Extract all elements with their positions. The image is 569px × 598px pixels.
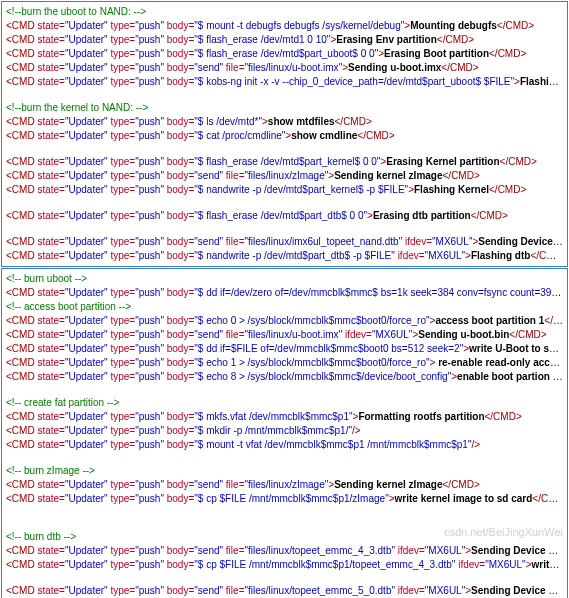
comment: <!-- burn zImage -->: [6, 464, 563, 478]
cmd-line: <CMD state="Updater" type="push" body="$…: [6, 209, 563, 223]
cmd-line: <CMD state="Updater" type="push" body="$…: [6, 33, 563, 47]
comment: <!--burn the uboot to NAND: -->: [6, 5, 563, 19]
cmd-line: <CMD state="Updater" type="push" body="$…: [6, 249, 563, 263]
cmd-line: <CMD state="Updater" type="push" body="$…: [6, 410, 563, 424]
cmd-line: <CMD state="Updater" type="push" body="$…: [6, 492, 563, 506]
cmd-line: <CMD state="Updater" type="push" body="s…: [6, 544, 563, 558]
cmd-line: <CMD state="Updater" type="push" body="$…: [6, 342, 563, 356]
cmd-line: <CMD state="Updater" type="push" body="$…: [6, 370, 563, 384]
comment: <!-- create fat partition -->: [6, 396, 563, 410]
comment: <!-- burn dtb -->: [6, 530, 563, 544]
cmd-line: <CMD state="Updater" type="push" body="s…: [6, 169, 563, 183]
cmd-line: <CMD state="Updater" type="push" body="$…: [6, 47, 563, 61]
cmd-line: <CMD state="Updater" type="push" body="s…: [6, 584, 563, 598]
cmd-line: <CMD state="Updater" type="push" body="s…: [6, 235, 563, 249]
cmd-line: <CMD state="Updater" type="push" body="$…: [6, 19, 563, 33]
comment: <!-- burn uboot -->: [6, 272, 563, 286]
cmd-line: <CMD state="Updater" type="push" body="$…: [6, 183, 563, 197]
comment: <!--burn the kernel to NAND: -->: [6, 101, 563, 115]
cmd-line: <CMD state="Updater" type="push" body="$…: [6, 438, 563, 452]
cmd-line: <CMD state="Updater" type="push" body="s…: [6, 478, 563, 492]
cmd-line: <CMD state="Updater" type="push" body="$…: [6, 356, 563, 370]
cmd-line: <CMD state="Updater" type="push" body="$…: [6, 314, 563, 328]
cmd-line: <CMD state="Updater" type="push" body="$…: [6, 155, 563, 169]
panel-nand: <!--burn the uboot to NAND: --> <CMD sta…: [1, 1, 568, 267]
cmd-line: <CMD state="Updater" type="push" body="$…: [6, 286, 563, 300]
comment: <!-- access boot partition -->: [6, 300, 563, 314]
cmd-line: <CMD state="Updater" type="push" body="$…: [6, 424, 563, 438]
cmd-line: <CMD state="Updater" type="push" body="s…: [6, 328, 563, 342]
panel-mmc: <!-- burn uboot --> <CMD state="Updater"…: [1, 268, 568, 598]
cmd-line: <CMD state="Updater" type="push" body="s…: [6, 61, 563, 75]
cmd-line: <CMD state="Updater" type="push" body="$…: [6, 129, 563, 143]
cmd-line: <CMD state="Updater" type="push" body="$…: [6, 558, 563, 572]
cmd-line: <CMD state="Updater" type="push" body="$…: [6, 115, 563, 129]
cmd-line: <CMD state="Updater" type="push" body="$…: [6, 75, 563, 89]
